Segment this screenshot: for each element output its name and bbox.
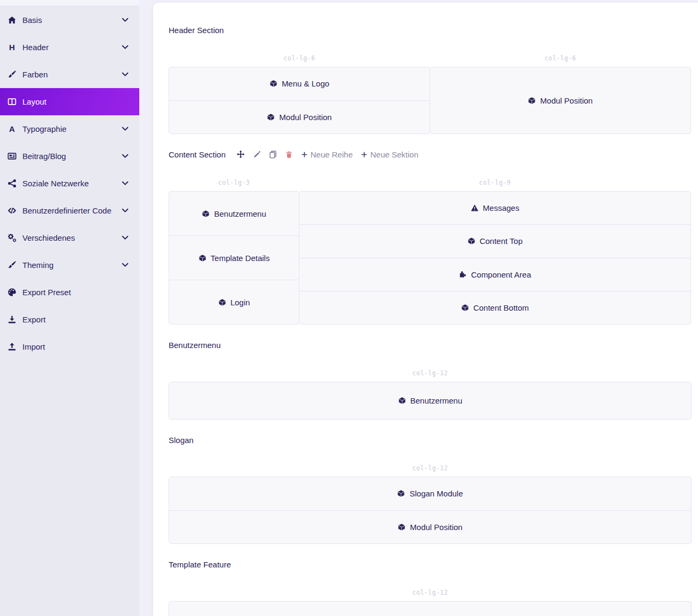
sidebar-item-typographie[interactable]: A Typographie bbox=[0, 115, 139, 143]
module-label: Modul Position bbox=[540, 96, 592, 105]
module-label: Benutzermenu bbox=[214, 209, 266, 218]
move-handle-icon[interactable] bbox=[236, 150, 245, 159]
builder-section-content: Content Section Neue Reihe Neue Sektion … bbox=[169, 148, 692, 325]
layout-columns-icon bbox=[7, 97, 17, 106]
paintbrush-icon bbox=[7, 70, 17, 79]
module-content-bottom[interactable]: Content Bottom bbox=[299, 291, 691, 324]
cube-icon bbox=[461, 304, 469, 312]
plus-icon bbox=[361, 151, 368, 158]
builder-section-slogan: Slogan col-lg-12 Slogan Module Modul Pos… bbox=[169, 434, 692, 544]
chevron-down-icon bbox=[122, 127, 129, 131]
module-menu-logo[interactable]: Menu & Logo bbox=[169, 67, 430, 100]
cube-icon bbox=[528, 97, 536, 105]
sidebar-item-label: Layout bbox=[22, 97, 129, 106]
module-benutzermenu[interactable]: Benutzermenu bbox=[169, 192, 299, 235]
new-row-button[interactable]: Neue Reihe bbox=[301, 150, 353, 159]
sidebar-item-import[interactable]: Import bbox=[0, 333, 139, 360]
sidebar-item-label: Header bbox=[22, 43, 122, 52]
paintbrush-icon bbox=[7, 260, 17, 270]
cube-icon bbox=[467, 237, 475, 245]
column-size-label: col-lg-12 bbox=[169, 369, 692, 377]
module-label: Content Top bbox=[480, 236, 523, 246]
sidebar-item-header[interactable]: H Header bbox=[0, 34, 139, 61]
module-label: Modul Position bbox=[410, 523, 462, 532]
section-title: Benutzermenu bbox=[169, 341, 221, 350]
section-toolbar: Neue Reihe Neue Sektion bbox=[236, 150, 418, 159]
sidebar-item-benutzerdefinierter-code[interactable]: Benutzerdefinierter Code bbox=[0, 197, 139, 224]
delete-trash-icon[interactable] bbox=[285, 151, 293, 159]
module-label: Content Bottom bbox=[473, 303, 529, 312]
builder-section-template-feature: Template Feature col-lg-12 Modul Positio… bbox=[169, 558, 692, 616]
module-template-details[interactable]: Template Details bbox=[169, 235, 299, 280]
sidebar-item-layout[interactable]: Layout bbox=[0, 88, 139, 115]
module-component-area[interactable]: Component Area bbox=[299, 258, 691, 291]
new-section-label: Neue Sektion bbox=[370, 150, 418, 159]
edit-pencil-icon[interactable] bbox=[253, 151, 261, 159]
h-letter-icon: H bbox=[7, 43, 17, 52]
sidebar-item-theming[interactable]: Theming bbox=[0, 251, 139, 279]
cube-icon bbox=[398, 397, 406, 405]
module-modul-position[interactable]: Modul Position bbox=[169, 510, 691, 544]
sidebar-item-beitrag-blog[interactable]: Beitrag/Blog bbox=[0, 143, 139, 170]
sidebar-item-label: Verschiedenes bbox=[22, 233, 122, 242]
module-modul-position[interactable]: Modul Position bbox=[430, 67, 691, 133]
module-benutzermenu[interactable]: Benutzermenu bbox=[169, 382, 691, 419]
sidebar-item-label: Typographie bbox=[22, 124, 122, 133]
module-label: Messages bbox=[483, 203, 519, 212]
column-size-label: col-lg-3 bbox=[169, 179, 299, 186]
builder-column: col-lg-6 Menu & Logo Modul Position bbox=[169, 36, 430, 134]
column-size-label: col-lg-12 bbox=[169, 589, 692, 596]
layout-builder-panel: Header Section col-lg-6 Menu & Logo Modu… bbox=[153, 3, 698, 616]
section-title: Slogan bbox=[169, 436, 194, 445]
module-label: Component Area bbox=[471, 270, 532, 279]
cube-icon bbox=[398, 523, 406, 531]
sidebar-item-basis[interactable]: Basis bbox=[0, 6, 139, 34]
sidebar-item-label: Import bbox=[22, 342, 129, 351]
section-title: Content Section bbox=[169, 150, 226, 159]
sidebar-item-export[interactable]: Export bbox=[0, 306, 139, 333]
cube-icon bbox=[269, 80, 277, 88]
chevron-down-icon bbox=[122, 235, 129, 240]
cube-icon bbox=[397, 489, 405, 497]
puzzle-icon bbox=[459, 271, 467, 279]
chevron-down-icon bbox=[122, 208, 129, 213]
sidebar-item-label: Farben bbox=[22, 70, 122, 79]
sidebar-item-label: Theming bbox=[22, 260, 122, 270]
module-slogan-module[interactable]: Slogan Module bbox=[169, 477, 691, 510]
chevron-down-icon bbox=[122, 181, 129, 186]
sidebar-item-verschiedenes[interactable]: Verschiedenes bbox=[0, 224, 139, 251]
column-size-label: col-lg-12 bbox=[169, 464, 692, 472]
sidebar-item-soziale-netzwerke[interactable]: Soziale Netzwerke bbox=[0, 170, 139, 197]
module-modul-position[interactable]: Modul Position bbox=[169, 100, 430, 134]
sidebar-item-label: Soziale Netzwerke bbox=[22, 179, 122, 188]
new-section-button[interactable]: Neue Sektion bbox=[361, 150, 418, 159]
module-login[interactable]: Login bbox=[169, 280, 299, 324]
module-label: Modul Position bbox=[279, 113, 331, 122]
a-letter-icon: A bbox=[7, 124, 17, 133]
builder-section-header: Header Section col-lg-6 Menu & Logo Modu… bbox=[169, 24, 692, 134]
module-messages[interactable]: Messages bbox=[299, 192, 691, 224]
sidebar-item-label: Basis bbox=[22, 15, 122, 25]
settings-sidebar: Basis H Header Farben Layout A Typograph… bbox=[0, 0, 139, 616]
chevron-down-icon bbox=[122, 263, 129, 267]
module-content-top[interactable]: Content Top bbox=[299, 224, 691, 257]
download-icon bbox=[7, 315, 17, 324]
share-icon bbox=[7, 179, 17, 188]
sidebar-item-label: Export Preset bbox=[22, 288, 129, 297]
palette-icon bbox=[7, 288, 17, 297]
builder-column: col-lg-6 Modul Position bbox=[430, 36, 691, 134]
sidebar-item-farben[interactable]: Farben bbox=[0, 61, 139, 88]
duplicate-copy-icon[interactable] bbox=[269, 151, 277, 159]
builder-column: col-lg-3 Benutzermenu Template Details L… bbox=[169, 160, 299, 325]
sidebar-item-export-preset[interactable]: Export Preset bbox=[0, 279, 139, 306]
chevron-down-icon bbox=[122, 18, 129, 22]
upload-icon bbox=[7, 342, 17, 351]
sidebar-item-label: Beitrag/Blog bbox=[22, 152, 122, 161]
column-size-label: col-lg-6 bbox=[169, 54, 430, 62]
cube-icon bbox=[218, 298, 226, 306]
module-label: Login bbox=[231, 298, 250, 307]
module-modul-position[interactable]: Modul Position bbox=[169, 602, 691, 616]
builder-column: col-lg-12 Slogan Module Modul Position bbox=[169, 446, 692, 544]
chevron-down-icon bbox=[122, 72, 129, 77]
module-label: Slogan Module bbox=[409, 489, 463, 498]
